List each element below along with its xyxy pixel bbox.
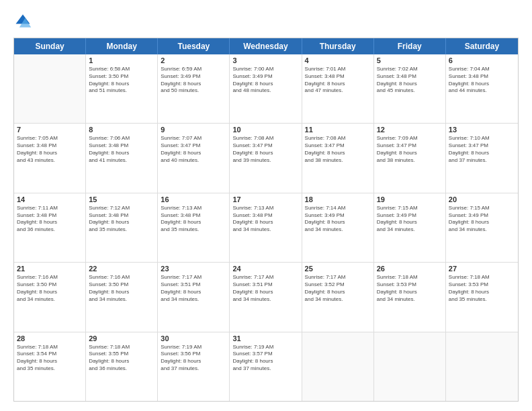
sunrise-text: Sunrise: 7:17 AM [305, 274, 371, 281]
sunrise-text: Sunrise: 7:11 AM [17, 205, 83, 212]
sunrise-text: Sunrise: 7:08 AM [305, 135, 371, 142]
day-number: 16 [161, 195, 226, 203]
sunset-text: Sunset: 3:49 PM [449, 212, 515, 220]
daylight-label: Daylight: 8 hours [89, 219, 154, 226]
calendar-cell: 17Sunrise: 7:13 AMSunset: 3:48 PMDayligh… [230, 193, 302, 262]
daylight-minutes: and 34 minutes. [305, 296, 371, 304]
daylight-label: Daylight: 8 hours [377, 289, 443, 296]
calendar-cell: 19Sunrise: 7:15 AMSunset: 3:49 PMDayligh… [374, 193, 446, 262]
daylight-minutes: and 40 minutes. [161, 157, 226, 165]
logo [13, 12, 35, 31]
daylight-label: Daylight: 8 hours [17, 150, 83, 157]
daylight-label: Daylight: 8 hours [161, 81, 226, 88]
day-number: 27 [449, 265, 515, 273]
daylight-minutes: and 34 minutes. [17, 296, 83, 304]
sunrise-text: Sunrise: 7:15 AM [449, 205, 515, 212]
calendar-header-cell: Wednesday [230, 38, 302, 54]
daylight-minutes: and 45 minutes. [377, 87, 443, 95]
daylight-minutes: and 35 minutes. [449, 296, 515, 304]
sunrise-text: Sunrise: 7:15 AM [377, 205, 443, 212]
calendar-cell: 1Sunrise: 6:58 AMSunset: 3:50 PMDaylight… [86, 54, 158, 123]
calendar-header-cell: Saturday [446, 38, 518, 54]
daylight-label: Daylight: 8 hours [17, 358, 83, 365]
sunrise-text: Sunrise: 7:18 AM [17, 344, 83, 351]
day-number: 1 [89, 56, 154, 64]
daylight-minutes: and 37 minutes. [232, 365, 298, 373]
daylight-label: Daylight: 8 hours [89, 358, 154, 365]
calendar-cell: 2Sunrise: 6:59 AMSunset: 3:49 PMDaylight… [158, 54, 230, 123]
daylight-label: Daylight: 8 hours [161, 150, 226, 157]
daylight-label: Daylight: 8 hours [232, 81, 298, 88]
calendar: SundayMondayTuesdayWednesdayThursdayFrid… [13, 38, 519, 402]
day-number: 8 [89, 126, 154, 134]
sunset-text: Sunset: 3:56 PM [161, 351, 226, 358]
daylight-minutes: and 43 minutes. [17, 157, 83, 165]
sunset-text: Sunset: 3:48 PM [161, 212, 226, 220]
calendar-cell: 20Sunrise: 7:15 AMSunset: 3:49 PMDayligh… [446, 193, 518, 262]
calendar-row: 7Sunrise: 7:05 AMSunset: 3:48 PMDaylight… [14, 124, 518, 193]
daylight-label: Daylight: 8 hours [161, 289, 226, 296]
day-number: 24 [232, 265, 298, 273]
calendar-cell: 9Sunrise: 7:07 AMSunset: 3:47 PMDaylight… [158, 124, 230, 192]
day-number: 12 [377, 126, 443, 134]
day-number: 15 [89, 195, 154, 203]
calendar-cell: 28Sunrise: 7:18 AMSunset: 3:54 PMDayligh… [14, 332, 86, 401]
daylight-label: Daylight: 8 hours [161, 219, 226, 226]
sunset-text: Sunset: 3:48 PM [232, 212, 298, 220]
daylight-label: Daylight: 8 hours [17, 219, 83, 226]
calendar-cell: 12Sunrise: 7:09 AMSunset: 3:47 PMDayligh… [374, 124, 446, 192]
sunset-text: Sunset: 3:51 PM [232, 281, 298, 289]
calendar-header-cell: Sunday [14, 38, 86, 54]
calendar-header-cell: Friday [374, 38, 446, 54]
daylight-label: Daylight: 8 hours [232, 219, 298, 226]
calendar-cell: 24Sunrise: 7:17 AMSunset: 3:51 PMDayligh… [230, 263, 302, 331]
day-number: 23 [161, 265, 226, 273]
daylight-minutes: and 34 minutes. [89, 296, 154, 304]
sunset-text: Sunset: 3:51 PM [161, 281, 226, 289]
daylight-label: Daylight: 8 hours [161, 358, 226, 365]
day-number: 29 [89, 334, 154, 342]
day-number: 21 [17, 265, 83, 273]
daylight-label: Daylight: 8 hours [89, 81, 154, 88]
sunset-text: Sunset: 3:57 PM [232, 351, 298, 358]
daylight-label: Daylight: 8 hours [89, 150, 154, 157]
calendar-cell [302, 332, 374, 401]
sunset-text: Sunset: 3:49 PM [232, 73, 298, 81]
sunset-text: Sunset: 3:47 PM [449, 142, 515, 150]
sunrise-text: Sunrise: 7:08 AM [232, 135, 298, 142]
day-number: 28 [17, 334, 83, 342]
day-number: 25 [305, 265, 371, 273]
calendar-body: 1Sunrise: 6:58 AMSunset: 3:50 PMDaylight… [14, 54, 518, 401]
day-number: 2 [161, 56, 226, 64]
calendar-cell [446, 332, 518, 401]
daylight-label: Daylight: 8 hours [89, 289, 154, 296]
daylight-label: Daylight: 8 hours [232, 358, 298, 365]
calendar-cell: 13Sunrise: 7:10 AMSunset: 3:47 PMDayligh… [446, 124, 518, 192]
daylight-label: Daylight: 8 hours [305, 219, 371, 226]
calendar-row: 1Sunrise: 6:58 AMSunset: 3:50 PMDaylight… [14, 54, 518, 124]
calendar-row: 28Sunrise: 7:18 AMSunset: 3:54 PMDayligh… [14, 332, 518, 401]
sunrise-text: Sunrise: 7:10 AM [449, 135, 515, 142]
calendar-cell: 30Sunrise: 7:19 AMSunset: 3:56 PMDayligh… [158, 332, 230, 401]
daylight-minutes: and 48 minutes. [232, 87, 298, 95]
sunset-text: Sunset: 3:50 PM [89, 73, 154, 81]
daylight-label: Daylight: 8 hours [232, 150, 298, 157]
sunrise-text: Sunrise: 7:13 AM [161, 205, 226, 212]
sunset-text: Sunset: 3:48 PM [305, 73, 371, 81]
sunset-text: Sunset: 3:48 PM [449, 73, 515, 81]
calendar-cell: 16Sunrise: 7:13 AMSunset: 3:48 PMDayligh… [158, 193, 230, 262]
sunrise-text: Sunrise: 7:17 AM [232, 274, 298, 281]
daylight-label: Daylight: 8 hours [377, 219, 443, 226]
daylight-minutes: and 36 minutes. [89, 365, 154, 373]
sunrise-text: Sunrise: 7:16 AM [17, 274, 83, 281]
sunset-text: Sunset: 3:53 PM [377, 281, 443, 289]
daylight-minutes: and 37 minutes. [161, 365, 226, 373]
calendar-cell: 11Sunrise: 7:08 AMSunset: 3:47 PMDayligh… [302, 124, 374, 192]
day-number: 10 [232, 126, 298, 134]
calendar-header-cell: Monday [86, 38, 158, 54]
daylight-minutes: and 38 minutes. [305, 157, 371, 165]
sunrise-text: Sunrise: 7:02 AM [377, 66, 443, 73]
sunrise-text: Sunrise: 6:59 AM [161, 66, 226, 73]
daylight-minutes: and 44 minutes. [449, 87, 515, 95]
calendar-cell: 23Sunrise: 7:17 AMSunset: 3:51 PMDayligh… [158, 263, 230, 331]
